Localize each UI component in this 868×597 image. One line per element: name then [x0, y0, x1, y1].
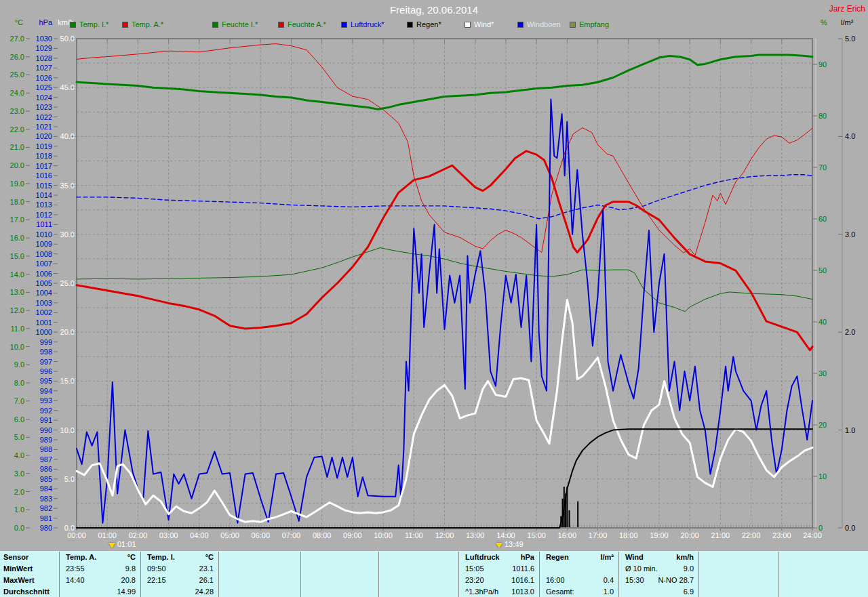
svg-text:25.0: 25.0: [60, 279, 75, 287]
svg-text:40: 40: [818, 318, 827, 326]
table-cell: [699, 563, 778, 575]
svg-text:03:00: 03:00: [159, 531, 178, 539]
summary-row-label: MaxWert: [0, 575, 59, 586]
summary-column: [300, 552, 378, 597]
svg-text:1002: 1002: [36, 308, 52, 316]
svg-text:1029: 1029: [36, 44, 52, 52]
table-cell: 16:000.4: [540, 575, 618, 586]
svg-text:9.0: 9.0: [14, 361, 24, 369]
svg-text:7.0: 7.0: [14, 397, 24, 405]
summary-row-labels: SensorMinWertMaxWertDurchschnitt: [0, 552, 59, 597]
svg-text:20.0: 20.0: [10, 161, 24, 169]
svg-text:5.0: 5.0: [14, 433, 24, 441]
svg-text:24:00: 24:00: [803, 531, 822, 539]
table-cell: 09:5023.1: [141, 563, 218, 575]
table-cell: 14.99: [60, 586, 140, 597]
svg-text:50: 50: [818, 266, 827, 274]
summary-column: [378, 552, 458, 597]
svg-text:14.0: 14.0: [10, 270, 24, 279]
table-cell: 6.9: [619, 586, 698, 597]
svg-text:1019: 1019: [36, 142, 52, 150]
svg-text:1024: 1024: [36, 94, 52, 102]
table-cell: [301, 586, 378, 597]
svg-text:80: 80: [818, 112, 827, 120]
svg-text:1007: 1007: [36, 260, 52, 268]
table-cell: 15:051011.6: [459, 563, 539, 575]
svg-text:13:00: 13:00: [466, 531, 485, 539]
table-cell: ^1.3hPa/h1013.0: [459, 586, 539, 597]
svg-text:8.0: 8.0: [14, 379, 24, 387]
summary-row-label: MinWert: [0, 563, 59, 575]
weather-chart: 27.026.025.024.023.022.021.020.019.018.0…: [0, 0, 868, 552]
svg-text:5.0: 5.0: [64, 475, 75, 483]
svg-text:11.0: 11.0: [10, 325, 24, 333]
summary-column: LuftdruckhPa15:051011.623:201016.1^1.3hP…: [458, 552, 539, 597]
svg-text:1014: 1014: [36, 191, 52, 199]
svg-text:992: 992: [40, 407, 52, 415]
svg-text:01:00: 01:00: [98, 531, 117, 539]
svg-text:30: 30: [818, 369, 827, 377]
svg-text:996: 996: [40, 367, 52, 375]
table-cell: [779, 586, 868, 597]
svg-text:15.0: 15.0: [60, 377, 75, 385]
svg-text:16:00: 16:00: [558, 531, 577, 539]
svg-text:1020: 1020: [36, 132, 52, 140]
table-cell: [219, 552, 300, 563]
svg-text:980: 980: [40, 524, 52, 532]
svg-text:1.0: 1.0: [845, 426, 855, 434]
svg-text:981: 981: [40, 514, 52, 522]
svg-text:21.0: 21.0: [10, 143, 24, 151]
summary-column: Windkm/hØ 10 min.9.015:30N-NO 28.76.9: [618, 552, 698, 597]
svg-text:1026: 1026: [36, 74, 52, 82]
svg-text:985: 985: [40, 475, 52, 483]
svg-text:90: 90: [818, 60, 827, 68]
svg-text:07:00: 07:00: [282, 531, 301, 539]
table-cell: [779, 563, 868, 575]
svg-text:1006: 1006: [36, 270, 52, 278]
svg-text:17.0: 17.0: [10, 215, 24, 224]
table-cell: [301, 575, 378, 586]
svg-text:1028: 1028: [36, 54, 52, 62]
svg-text:993: 993: [40, 396, 52, 405]
summary-row-label: Durchschnitt: [0, 586, 59, 597]
svg-text:1013: 1013: [36, 201, 52, 209]
svg-text:17:00: 17:00: [589, 531, 608, 539]
svg-text:10.0: 10.0: [60, 426, 75, 434]
time-marker-1349: 13:49: [496, 540, 524, 549]
table-cell: [540, 563, 618, 575]
svg-text:20: 20: [818, 421, 827, 429]
table-cell: [219, 586, 300, 597]
table-cell: Ø 10 min.9.0: [619, 563, 698, 575]
svg-text:24.0: 24.0: [10, 89, 24, 97]
table-cell: 14:4020.8: [60, 575, 140, 586]
svg-text:3.0: 3.0: [845, 230, 855, 239]
table-cell: [779, 552, 868, 563]
svg-text:1016: 1016: [36, 171, 52, 180]
svg-text:27.0: 27.0: [10, 35, 24, 43]
table-cell: [379, 575, 458, 586]
svg-text:991: 991: [40, 416, 52, 424]
summary-column: [218, 552, 300, 597]
svg-text:1008: 1008: [36, 250, 52, 258]
marker-arrow-icon: [108, 543, 115, 548]
svg-text:986: 986: [40, 465, 52, 473]
svg-text:0.0: 0.0: [14, 524, 24, 532]
svg-text:12.0: 12.0: [10, 306, 24, 314]
table-cell: [699, 586, 778, 597]
svg-text:23.0: 23.0: [10, 107, 24, 115]
svg-text:60: 60: [818, 215, 827, 223]
svg-text:16.0: 16.0: [10, 234, 24, 242]
svg-text:25.0: 25.0: [10, 70, 24, 79]
table-cell: LuftdruckhPa: [459, 552, 539, 563]
svg-text:3.0: 3.0: [14, 470, 24, 478]
svg-text:1021: 1021: [36, 123, 52, 131]
svg-text:2.0: 2.0: [845, 328, 855, 336]
svg-text:04:00: 04:00: [190, 531, 209, 539]
svg-text:1018: 1018: [36, 152, 52, 160]
svg-text:18:00: 18:00: [619, 531, 638, 539]
svg-text:18.0: 18.0: [10, 198, 24, 206]
table-cell: 22:1526.1: [141, 575, 218, 586]
svg-text:15.0: 15.0: [10, 252, 24, 260]
svg-text:982: 982: [40, 504, 52, 512]
svg-text:1012: 1012: [36, 211, 52, 219]
